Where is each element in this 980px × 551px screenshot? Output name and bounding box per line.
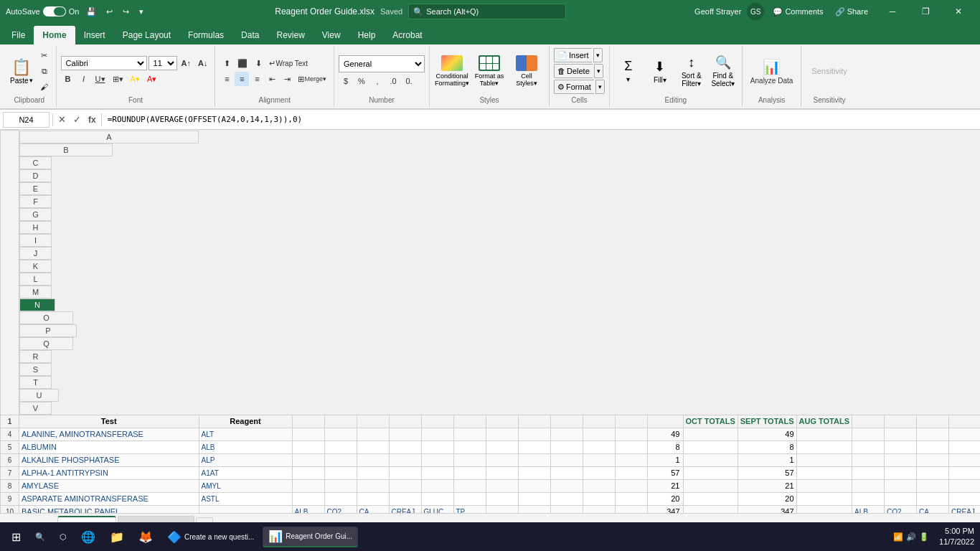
table-row[interactable]: 9ASPARATE AMINOTRANSFERASEASTL2020 [1, 492, 981, 505]
cell-f10[interactable]: CREAJ [389, 505, 421, 513]
table-row[interactable]: 1TestReagentOCT TOTALSSEPT TOTALSAUG TOT… [1, 415, 981, 428]
cell-s7[interactable] [885, 466, 917, 479]
cell-j1[interactable] [518, 415, 550, 428]
cell-b10[interactable] [199, 505, 292, 513]
cell-b5[interactable]: ALB [199, 441, 292, 453]
cell-o7[interactable] [683, 466, 738, 479]
cell-d9[interactable] [324, 492, 357, 505]
percent-button[interactable]: % [354, 74, 369, 88]
cell-r5[interactable] [852, 441, 885, 453]
cell-u6[interactable] [949, 453, 980, 466]
cell-e6[interactable] [357, 453, 389, 466]
col-header-a[interactable]: A [19, 131, 199, 143]
col-header-s[interactable]: S [19, 363, 52, 376]
cell-a1[interactable]: Test [19, 415, 199, 428]
cell-g5[interactable] [421, 441, 453, 453]
redo-button[interactable]: ↪ [120, 6, 132, 18]
cell-n8[interactable]: 21 [647, 479, 683, 492]
conditional-formatting-button[interactable]: ConditionalFormatting▾ [434, 50, 470, 92]
cell-a8[interactable]: AMYLASE [19, 479, 199, 492]
cell-h1[interactable] [453, 415, 486, 428]
cell-p9[interactable]: 20 [738, 492, 796, 505]
table-row[interactable]: 4ALANINE, AMINOTRANSFERASEALT4949 [1, 428, 981, 441]
format-as-table-button[interactable]: Format asTable▾ [471, 50, 507, 92]
time-display[interactable]: 5:00 PM 11/7/2022 [939, 526, 974, 548]
cell-f6[interactable] [389, 453, 421, 466]
cell-f4[interactable] [389, 428, 421, 441]
increase-font-button[interactable]: A↑ [179, 56, 194, 70]
cell-i8[interactable] [486, 479, 518, 492]
tab-home[interactable]: Home [34, 26, 75, 44]
cell-k10[interactable] [550, 505, 583, 513]
fill-button[interactable]: ⬇ Fill▾ [646, 50, 674, 92]
cell-styles-button[interactable]: CellStyles▾ [509, 50, 545, 92]
cell-r6[interactable] [852, 453, 885, 466]
cell-d7[interactable] [324, 466, 357, 479]
tab-review[interactable]: Review [268, 26, 313, 44]
cell-t10[interactable]: CA [917, 505, 949, 513]
tab-acrobat[interactable]: Acrobat [384, 26, 430, 44]
cell-reference-box[interactable] [3, 112, 50, 128]
insert-main-button[interactable]: 📄 Insert [554, 48, 592, 62]
paste-button[interactable]: 📋 Paste ▾ [7, 57, 36, 86]
cell-t8[interactable] [917, 479, 949, 492]
cell-l10[interactable] [583, 505, 615, 513]
decrease-font-button[interactable]: A↓ [195, 56, 210, 70]
cell-t5[interactable] [917, 441, 949, 453]
col-header-p[interactable]: P [19, 324, 77, 337]
cut-button[interactable]: ✂ [37, 48, 52, 62]
font-color-button[interactable]: A▾ [144, 72, 159, 86]
cell-b1[interactable]: Reagent [199, 415, 292, 428]
table-row[interactable]: 8AMYLASEAMYL2121 [1, 479, 981, 492]
cell-i4[interactable] [486, 428, 518, 441]
cell-q5[interactable] [796, 441, 852, 453]
cell-m9[interactable] [615, 492, 647, 505]
wrap-text-button[interactable]: ↵ Wrap Text [266, 56, 311, 70]
close-button[interactable]: ✕ [943, 0, 974, 23]
cell-a4[interactable]: ALANINE, AMINOTRANSFERASE [19, 428, 199, 441]
tab-view[interactable]: View [314, 26, 349, 44]
cell-q8[interactable] [796, 479, 852, 492]
cell-d6[interactable] [324, 453, 357, 466]
cell-j10[interactable] [518, 505, 550, 513]
cell-h6[interactable] [453, 453, 486, 466]
minimize-button[interactable]: ─ [877, 0, 908, 23]
cell-j5[interactable] [518, 441, 550, 453]
cell-c4[interactable] [292, 428, 324, 441]
increase-indent-button[interactable]: ⇥ [280, 72, 294, 86]
cell-q6[interactable] [796, 453, 852, 466]
excel-taskbar-button[interactable]: 📊 Reagent Order Gui... [263, 527, 358, 547]
cell-b6[interactable]: ALP [199, 453, 292, 466]
search-taskbar-button[interactable]: 🔍 [29, 529, 51, 545]
italic-button[interactable]: I [77, 72, 91, 86]
col-header-r[interactable]: R [19, 350, 52, 363]
cell-s9[interactable] [885, 492, 917, 505]
cell-i7[interactable] [486, 466, 518, 479]
cell-l7[interactable] [583, 466, 615, 479]
border-button[interactable]: ⊞▾ [110, 72, 126, 86]
cell-o9[interactable] [683, 492, 738, 505]
cell-o10[interactable] [683, 505, 738, 513]
increase-decimal-button[interactable]: .0 [386, 74, 400, 88]
cell-j9[interactable] [518, 492, 550, 505]
cell-k4[interactable] [550, 428, 583, 441]
cell-q1[interactable]: AUG TOTALS [796, 415, 852, 428]
cell-i5[interactable] [486, 441, 518, 453]
cell-u4[interactable] [949, 428, 980, 441]
col-header-n[interactable]: N [19, 298, 55, 311]
cell-l4[interactable] [583, 428, 615, 441]
col-header-v[interactable]: V [19, 402, 52, 415]
windows-start-button[interactable]: ⊞ [6, 527, 27, 547]
col-header-o[interactable]: O [19, 311, 73, 324]
cell-q10[interactable] [796, 505, 852, 513]
fill-color-button[interactable]: A▾ [128, 72, 143, 86]
cell-p7[interactable]: 57 [738, 466, 796, 479]
insert-dropdown-button[interactable]: ▾ [593, 48, 603, 62]
cell-e9[interactable] [357, 492, 389, 505]
format-painter-button[interactable]: 🖌 [37, 80, 52, 94]
cell-m8[interactable] [615, 479, 647, 492]
copy-button[interactable]: ⧉ [37, 64, 52, 78]
col-header-c[interactable]: C [19, 156, 52, 169]
cell-c6[interactable] [292, 453, 324, 466]
table-row[interactable]: 6ALKALINE PHOSPHATASEALP11 [1, 453, 981, 466]
